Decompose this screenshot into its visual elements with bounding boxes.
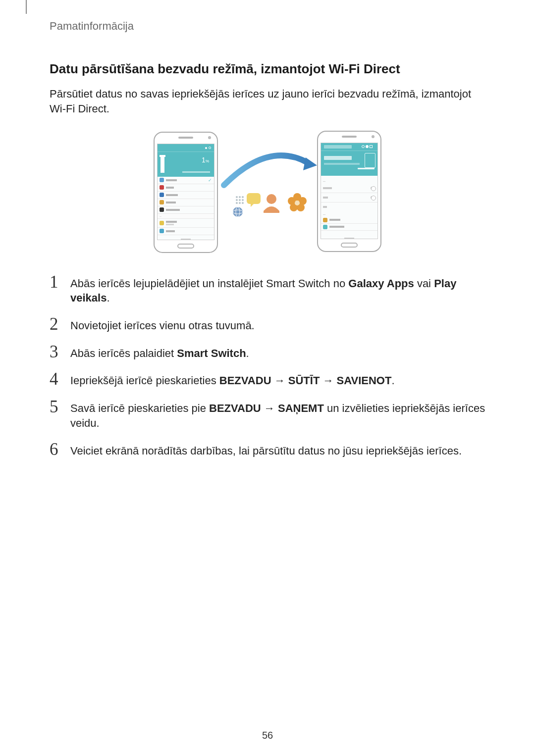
svg-point-10 [239,202,241,204]
step-number: 2 [50,315,70,333]
svg-point-4 [239,196,241,198]
step-text: Novietojiet ierīces vienu otras tuvumā. [70,318,255,333]
percent-value: 1 [202,156,206,164]
svg-point-12 [267,194,276,204]
percent-sign: % [206,159,209,163]
step: 2Novietojiet ierīces vienu otras tuvumā. [50,318,485,333]
page-number: 56 [0,730,535,741]
svg-point-6 [236,199,238,201]
step-number: 5 [50,398,70,415]
svg-marker-2 [251,203,255,207]
step: 4Iepriekšējā ierīcē pieskarieties BEZVAD… [50,373,485,388]
step-number: 4 [50,370,70,388]
svg-point-8 [242,199,244,201]
step: 6Veiciet ekrānā norādītās darbības, lai … [50,444,485,458]
steps-list: 1Abās ierīcēs lejupielādējiet un instalē… [50,276,485,458]
step-number: 6 [50,441,70,458]
step: 3Abās ierīcēs palaidiet Smart Switch. [50,346,485,361]
svg-point-20 [288,197,296,205]
svg-point-5 [242,196,244,198]
step-text: Iepriekšējā ierīcē pieskarieties BEZVADU… [70,373,395,388]
center-icons [233,188,312,229]
section-intro: Pārsūtiet datus no savas iepriekšējās ie… [50,87,485,117]
svg-point-21 [295,201,300,205]
figure: 1% ✓ — [50,131,485,263]
phone-right: — — [317,131,381,252]
svg-point-13 [233,207,243,217]
step-text: Abās ierīcēs lejupielādējiet un instalēj… [70,276,485,305]
svg-rect-1 [247,193,261,204]
step-number: 3 [50,343,70,360]
svg-point-9 [236,202,238,204]
svg-point-11 [242,202,244,204]
phone-left: 1% ✓ — [154,132,218,253]
step: 1Abās ierīcēs lejupielādējiet un instalē… [50,276,485,305]
step-number: 1 [50,273,70,291]
step-text: Savā ierīcē pieskarieties pie BEZVADU → … [70,401,485,430]
arrow-icon [219,146,318,190]
svg-point-3 [236,196,238,198]
step-text: Veiciet ekrānā norādītās darbības, lai p… [70,444,462,458]
breadcrumb: Pamatinformācija [50,20,485,33]
tab-mark [26,0,27,14]
section-title: Datu pārsūtīšana bezvadu režīmā, izmanto… [50,61,485,77]
svg-point-7 [239,199,241,201]
step-text: Abās ierīcēs palaidiet Smart Switch. [70,346,249,361]
step: 5Savā ierīcē pieskarieties pie BEZVADU →… [50,401,485,430]
page-content: Pamatinformācija Datu pārsūtīšana bezvad… [0,0,535,458]
